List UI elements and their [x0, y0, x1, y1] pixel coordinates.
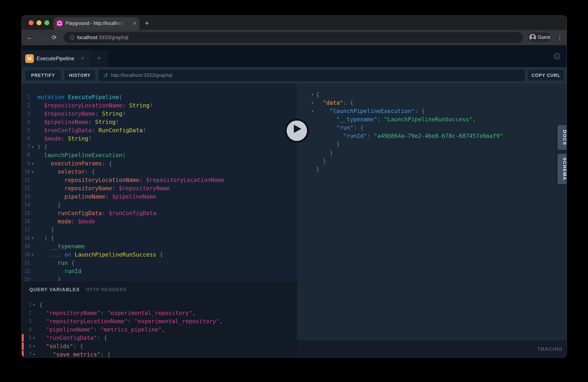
code-line: 15runConfigData: $runConfigData — [22, 209, 297, 217]
fold-arrow-icon[interactable]: ▼ — [33, 301, 35, 309]
fold-arrow-icon[interactable]: ▼ — [312, 91, 314, 99]
line-number: 2 — [22, 309, 32, 317]
fold-arrow-icon[interactable]: ▼ — [33, 334, 35, 342]
fold-arrow-icon[interactable]: ▼ — [32, 160, 34, 168]
code-line: 2"repositoryName": "experimental_reposit… — [22, 309, 297, 317]
settings-gear-icon[interactable]: ⚙ — [551, 49, 563, 64]
code-line: 19__typename — [22, 242, 297, 251]
new-session-button[interactable]: + — [90, 50, 108, 67]
line-number: 22 — [22, 267, 30, 276]
line-number: 16 — [22, 217, 30, 226]
url-path: :3333/graphql — [97, 35, 128, 40]
line-number: 4 — [22, 118, 30, 126]
code-line: ▼"launchPipelineExecution": { — [297, 107, 567, 115]
code-line: 6$mode: String! — [22, 134, 297, 143]
fold-arrow-icon[interactable]: ▼ — [312, 99, 314, 107]
tab-query-variables[interactable]: QUERY VARIABLES — [29, 281, 80, 297]
graphql-playground: M ExecutePipeline ✕ + ⚙ PRETTIFY HISTORY… — [22, 45, 567, 358]
code-line: 4$pipelineName: String! — [22, 118, 297, 126]
browser-tabstrip: Playground - http://localhost:3 ✕ + — [22, 16, 567, 30]
code-line: 14} — [22, 201, 297, 209]
code-line: 1▼{ — [22, 301, 297, 309]
code-line: 7▼) { — [22, 143, 297, 151]
code-line: 6▼"solids": { — [22, 342, 297, 350]
line-number: 13 — [22, 192, 30, 201]
reload-icon[interactable]: ⟳ — [49, 30, 59, 45]
mutation-badge: M — [25, 54, 34, 63]
fold-arrow-icon[interactable]: ▼ — [32, 143, 34, 151]
endpoint-input[interactable]: ↺ http://localhost:3333/graphql — [99, 70, 525, 81]
line-number: 21 — [22, 259, 30, 267]
endpoint-refresh-icon[interactable]: ↺ — [103, 70, 108, 81]
code-line: 8launchPipelineExecution( — [22, 151, 297, 159]
profile-button[interactable]: Guest — [527, 32, 552, 43]
line-number: 15 — [22, 209, 30, 217]
code-line: 3$repositoryName: String! — [22, 110, 297, 118]
docs-side-tab[interactable]: DOCS — [558, 125, 567, 150]
tracing-bar[interactable]: TRACING — [297, 340, 567, 358]
code-line: 1mutation ExecutePipeline( — [22, 93, 297, 101]
code-line: 10▼selector: { — [22, 168, 297, 176]
code-line: 5$runConfigData: RunConfigData! — [22, 126, 297, 134]
schema-side-tab[interactable]: SCHEMA — [558, 154, 567, 184]
code-line: 9▼executionParams: { — [22, 159, 297, 168]
browser-tab[interactable]: Playground - http://localhost:3 ✕ — [54, 17, 139, 30]
line-number: 18 — [22, 234, 30, 242]
line-number: 3 — [22, 317, 32, 325]
code-line: 17} — [22, 226, 297, 234]
fold-arrow-icon[interactable]: ▼ — [32, 234, 34, 243]
code-line: 7▼"save_metrics": { — [22, 350, 297, 358]
session-tab-title: ExecutePipeline — [37, 50, 74, 67]
code-line: 4"pipelineName": "metrics_pipeline", — [22, 325, 297, 334]
address-bar[interactable]: ⓘ localhost:3333/graphql — [64, 32, 523, 43]
variables-editor[interactable]: 1▼{2"repositoryName": "experimental_repo… — [22, 301, 297, 358]
tracing-label: TRACING — [537, 340, 563, 358]
graphql-logo-icon — [57, 20, 63, 26]
variables-header: QUERY VARIABLES HTTP HEADERS — [22, 281, 297, 297]
fold-arrow-icon[interactable]: ▼ — [32, 251, 34, 259]
session-tab[interactable]: M ExecutePipeline ✕ — [22, 50, 90, 67]
site-info-icon[interactable]: ⓘ — [70, 32, 75, 43]
line-number: 11 — [22, 176, 30, 184]
code-line: } — [297, 165, 567, 173]
line-number: 20 — [22, 251, 30, 259]
minimize-window-button[interactable] — [37, 20, 42, 25]
query-editor[interactable]: 1mutation ExecutePipeline(2$repositoryLo… — [22, 84, 297, 281]
history-button[interactable]: HISTORY — [64, 70, 95, 81]
prettify-button[interactable]: PRETTIFY — [25, 70, 61, 81]
profile-label: Guest — [538, 32, 550, 42]
line-number: 3 — [22, 110, 30, 118]
line-number: 14 — [22, 201, 30, 209]
fold-arrow-icon[interactable]: ▼ — [312, 107, 314, 116]
code-line: 13pipelineName: $pipelineName — [22, 192, 297, 201]
close-tab-icon[interactable]: ✕ — [133, 17, 136, 30]
execute-button[interactable] — [285, 119, 309, 143]
response-viewer[interactable]: ▼{▼"data": {▼"launchPipelineExecution": … — [297, 84, 567, 340]
line-number: 12 — [22, 184, 30, 192]
code-line: "__typename": "LaunchPipelineRunSuccess"… — [297, 115, 567, 124]
browser-toolbar: ← → ⟳ ⓘ localhost:3333/graphql Guest ⋮ — [22, 30, 567, 45]
fold-arrow-icon[interactable]: ▼ — [32, 168, 34, 176]
fold-arrow-icon[interactable]: ▼ — [33, 342, 35, 351]
code-line: } — [297, 140, 567, 149]
back-icon[interactable]: ← — [25, 30, 35, 45]
fold-arrow-icon[interactable]: ▼ — [33, 351, 35, 358]
close-session-icon[interactable]: ✕ — [81, 50, 84, 67]
line-number: 23 — [22, 276, 30, 281]
browser-menu-icon[interactable]: ⋮ — [555, 30, 565, 45]
forward-icon[interactable]: → — [37, 30, 47, 45]
new-tab-button[interactable]: + — [142, 17, 151, 30]
fullscreen-window-button[interactable] — [44, 20, 49, 25]
line-number: 2 — [22, 101, 30, 110]
code-line: 23} — [22, 276, 297, 281]
code-line: 12repositoryName: $repositoryName — [22, 184, 297, 192]
copy-curl-button[interactable]: COPY CURL — [528, 70, 564, 81]
code-line: "runId": "a49b864a-79e2-4be8-b78c-687457… — [297, 132, 567, 140]
close-window-button[interactable] — [29, 20, 34, 25]
browser-tab-title: Playground - http://localhost:3 — [65, 17, 125, 30]
url-text: localhost:3333/graphql — [77, 32, 128, 43]
line-number: 8 — [22, 151, 30, 159]
code-line: 20▼... on LaunchPipelineRunSuccess { — [22, 251, 297, 259]
tab-http-headers[interactable]: HTTP HEADERS — [86, 281, 127, 297]
line-number: 4 — [22, 325, 32, 334]
